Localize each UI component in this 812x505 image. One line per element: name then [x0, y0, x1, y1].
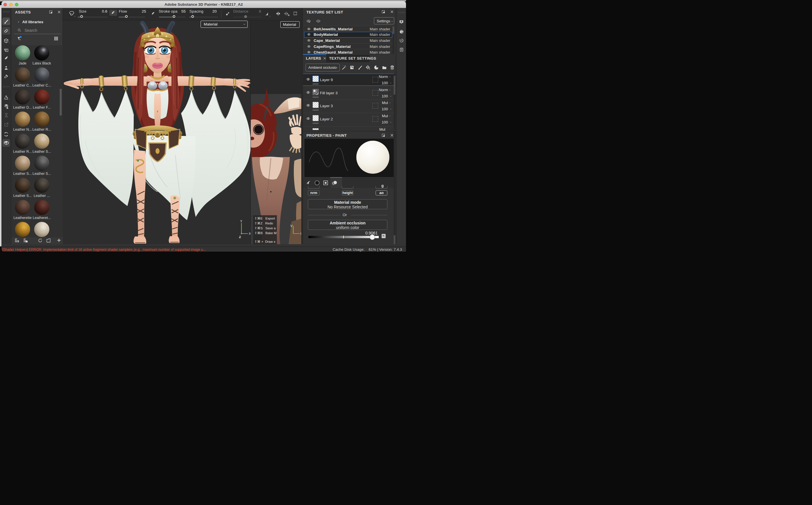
svg-text:Z: Z	[239, 235, 241, 239]
svg-text:Y: Y	[240, 219, 242, 223]
svg-text:V: V	[291, 224, 293, 227]
